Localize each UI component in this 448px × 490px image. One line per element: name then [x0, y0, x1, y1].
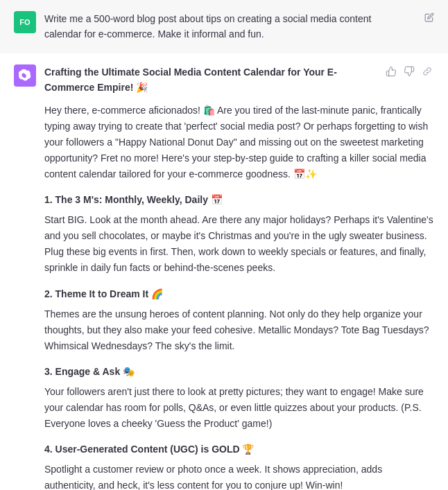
- user-text-content: Write me a 500-word blog post about tips…: [44, 13, 371, 40]
- chat-container: FO Write me a 500-word blog post about t…: [0, 0, 448, 490]
- user-message-inner: Write me a 500-word blog post about tips…: [44, 11, 434, 42]
- section-3-title: 3. Engage & Ask 🎭: [44, 364, 434, 380]
- user-avatar: FO: [14, 11, 36, 33]
- section-2-title: 2. Theme It to Dream It 🌈: [44, 286, 434, 302]
- user-message-text: Write me a 500-word blog post about tips…: [44, 11, 424, 42]
- ai-intro-paragraph: Hey there, e-commerce aficionados! 🛍️ Ar…: [44, 103, 434, 182]
- section-2-body: Themes are the unsung heroes of content …: [44, 306, 434, 354]
- thumbs-up-button[interactable]: [384, 64, 398, 78]
- ai-avatar: [14, 64, 36, 87]
- copy-button[interactable]: [420, 64, 434, 78]
- message-actions: [384, 64, 434, 78]
- ai-message-body: Hey there, e-commerce aficionados! 🛍️ Ar…: [44, 103, 434, 490]
- user-message-row: FO Write me a 500-word blog post about t…: [0, 0, 448, 53]
- section-4-body: Spotlight a customer review or photo onc…: [44, 462, 434, 490]
- section-1-body: Start BIG. Look at the month ahead. Are …: [44, 212, 434, 276]
- ai-message-title: Crafting the Ultimate Social Media Conte…: [44, 64, 384, 96]
- edit-button[interactable]: [424, 12, 434, 24]
- ai-message-header: Crafting the Ultimate Social Media Conte…: [44, 64, 434, 96]
- section-3-body: Your followers aren't just there to look…: [44, 384, 434, 432]
- avatar-initials: FO: [19, 18, 30, 26]
- thumbs-down-button[interactable]: [402, 64, 416, 78]
- ai-message-row: Crafting the Ultimate Social Media Conte…: [0, 53, 448, 490]
- ai-message-content: Crafting the Ultimate Social Media Conte…: [44, 64, 434, 490]
- section-4-title: 4. User-Generated Content (UGC) is GOLD …: [44, 441, 434, 457]
- section-1-title: 1. The 3 M's: Monthly, Weekly, Daily 📅: [44, 192, 434, 208]
